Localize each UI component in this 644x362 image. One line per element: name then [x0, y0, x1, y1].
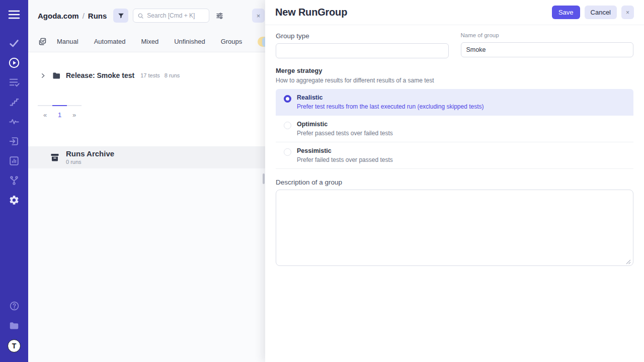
option-optimistic[interactable]: Optimistic Prefer passed tests over fail…	[276, 116, 633, 142]
select-all-icon[interactable]	[38, 37, 47, 46]
breadcrumb-separator: /	[83, 12, 85, 20]
list-check-icon[interactable]	[0, 72, 28, 92]
sign-in-icon[interactable]	[0, 131, 28, 151]
merge-strategy-subtitle: How to aggregate results for different r…	[276, 77, 633, 84]
breadcrumb: Agoda.com / Runs	[38, 12, 107, 20]
name-field-wrap: Name of group	[461, 32, 634, 58]
merge-strategy-options: Realistic Prefer test results from the l…	[276, 89, 633, 169]
radio-selected-icon[interactable]	[284, 95, 291, 103]
profile-logo-avatar[interactable]: T	[0, 336, 28, 356]
description-textarea[interactable]	[276, 190, 633, 266]
pagination-prev-button[interactable]: «	[38, 105, 52, 123]
search-box	[133, 9, 209, 23]
option-pessimistic[interactable]: Pessimistic Prefer failed tests over pas…	[276, 142, 633, 169]
runs-header: Agoda.com / Runs ×	[28, 0, 265, 31]
description-label: Description of a group	[276, 178, 633, 186]
option-realistic[interactable]: Realistic Prefer test results from the l…	[276, 89, 633, 116]
folder-icon	[52, 72, 61, 79]
search-icon	[137, 13, 144, 19]
sidebar: T	[0, 0, 28, 362]
group-type-input[interactable]	[276, 43, 449, 58]
help-icon[interactable]	[0, 296, 28, 316]
runs-list-body: Release: Smoke test 17 tests 8 runs « 1 …	[28, 52, 265, 362]
play-circle-icon[interactable]	[0, 53, 28, 72]
breadcrumb-section[interactable]: Runs	[88, 12, 107, 20]
option-title: Realistic	[297, 94, 484, 101]
logo-letter: T	[8, 339, 21, 352]
tab-mixed[interactable]: Mixed	[141, 38, 159, 45]
release-row[interactable]: Release: Smoke test 17 tests 8 runs	[28, 71, 265, 79]
archive-box-icon	[50, 152, 60, 162]
save-button[interactable]: Save	[552, 6, 580, 19]
close-icon[interactable]: ×	[621, 6, 634, 19]
pagination: « 1 »	[38, 105, 265, 123]
sidebar-bottom: T	[0, 296, 28, 356]
branch-icon[interactable]	[0, 170, 28, 190]
hamburger-menu-icon[interactable]	[0, 5, 28, 24]
runs-list-panel: Agoda.com / Runs × Manual Automated Mixe…	[28, 0, 265, 362]
scrollbar-thumb[interactable]	[263, 173, 265, 184]
gear-icon[interactable]	[0, 190, 28, 210]
tab-automated[interactable]: Automated	[94, 38, 126, 45]
cancel-button[interactable]: Cancel	[585, 6, 617, 19]
description-field-wrap	[276, 190, 633, 268]
group-type-label: Group type	[276, 32, 449, 40]
option-title: Optimistic	[297, 121, 393, 128]
name-of-group-input[interactable]	[461, 42, 634, 57]
group-type-field-wrap: Group type	[276, 32, 449, 58]
search-input[interactable]	[147, 12, 205, 19]
new-rungroup-panel: New RunGroup Save Cancel × Group type Na…	[265, 0, 644, 362]
folder-icon[interactable]	[0, 316, 28, 336]
bar-chart-icon[interactable]	[0, 151, 28, 170]
tab-manual[interactable]: Manual	[57, 38, 78, 45]
radio-icon[interactable]	[284, 122, 291, 129]
breadcrumb-project[interactable]: Agoda.com	[38, 12, 79, 20]
archive-title: Runs Archive	[66, 150, 114, 158]
page-title: New RunGroup	[275, 7, 347, 18]
close-panel-button[interactable]: ×	[252, 9, 265, 23]
option-description: Prefer passed tests over failed tests	[297, 130, 393, 137]
check-icon[interactable]	[0, 33, 28, 53]
release-tests-count: 17 tests	[140, 72, 160, 78]
radio-icon[interactable]	[284, 148, 291, 156]
chevron-right-icon[interactable]	[40, 73, 46, 78]
runs-archive-row[interactable]: Runs Archive 0 runs	[28, 146, 265, 168]
release-runs-count: 8 runs	[165, 72, 180, 78]
panel-actions: Save Cancel ×	[552, 6, 634, 19]
pagination-page-1[interactable]: 1	[52, 105, 67, 123]
name-of-group-label: Name of group	[461, 32, 634, 38]
option-description: Prefer failed tests over passed tests	[297, 156, 393, 163]
runs-filter-tabs: Manual Automated Mixed Unfinished Groups…	[28, 31, 265, 52]
adjustments-icon[interactable]	[215, 12, 224, 20]
tab-unfinished[interactable]: Unfinished	[174, 38, 205, 45]
archive-runs-count: 0 runs	[66, 159, 114, 165]
tab-groups[interactable]: Groups	[221, 38, 243, 45]
steps-icon[interactable]	[0, 92, 28, 112]
panel-header: New RunGroup Save Cancel ×	[265, 0, 644, 25]
release-name[interactable]: Release: Smoke test	[66, 71, 134, 79]
empty-list-area	[28, 168, 265, 362]
option-title: Pessimistic	[297, 147, 393, 154]
pagination-next-button[interactable]: »	[67, 105, 82, 123]
option-description: Prefer test results from the last execut…	[297, 103, 484, 110]
filter-button[interactable]	[113, 9, 128, 23]
activity-pulse-icon[interactable]	[0, 112, 28, 131]
merge-strategy-title: Merge strategy	[276, 67, 633, 74]
panel-body: Group type Name of group Merge strategy …	[265, 25, 644, 268]
funnel-icon	[117, 12, 125, 20]
